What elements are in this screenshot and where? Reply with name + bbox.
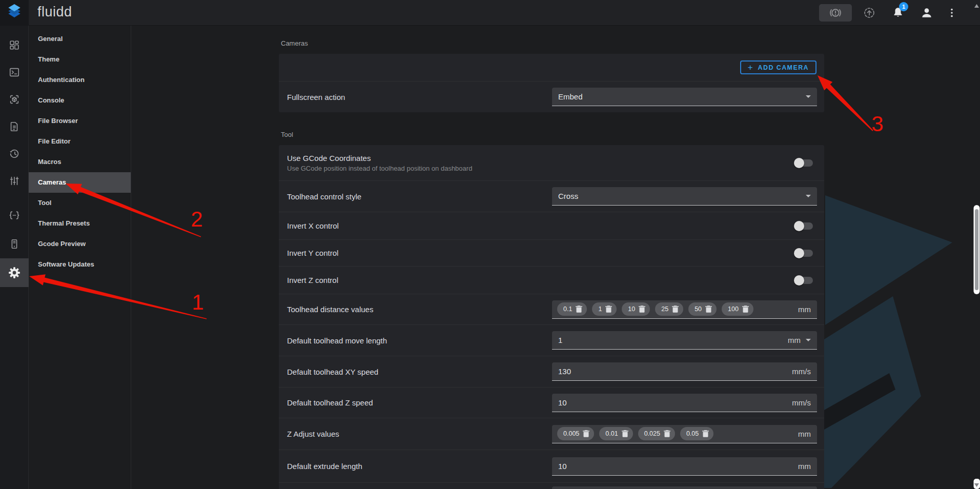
system-device-icon (9, 238, 20, 250)
tool-card: Use GCode Coordinates Use GCode position… (279, 145, 824, 489)
rail-dashboard-button[interactable] (0, 35, 29, 55)
toolhead-distance-values-field[interactable]: 0.1 1 10 25 50 100 mm (552, 300, 817, 319)
invert-z-toggle[interactable] (795, 277, 813, 284)
person-icon (920, 6, 933, 19)
rail-system-button[interactable] (0, 234, 29, 254)
toolhead-distance-values-row: Toolhead distance values 0.1 1 10 25 50 … (279, 294, 824, 324)
sidebar-item-theme[interactable]: Theme (29, 49, 131, 70)
sidebar-item-macros[interactable]: Macros (29, 152, 131, 172)
sidebar-item-general[interactable]: General (29, 29, 131, 49)
xy-speed-row: Default toolhead XY speed mm/s (279, 356, 824, 387)
add-camera-row: + ADD CAMERA (279, 54, 824, 81)
chevron-down-icon (806, 195, 811, 197)
gcode-coordinates-row: Use GCode Coordinates Use GCode position… (279, 145, 824, 180)
distance-chip[interactable]: 0.1 (557, 302, 587, 316)
unit-label: mm (798, 430, 811, 438)
toolhead-distance-values-label: Toolhead distance values (287, 305, 552, 314)
toolhead-control-style-select[interactable]: Cross (552, 187, 817, 206)
sidebar-item-file-browser[interactable]: File Browser (29, 111, 131, 131)
sidebar-item-console[interactable]: Console (29, 90, 131, 111)
distance-chip[interactable]: 100 (722, 302, 753, 316)
chip-value: 50 (695, 305, 702, 313)
sidebar-item-thermal-presets[interactable]: Thermal Presets (29, 213, 131, 234)
rail-tune-button[interactable] (0, 171, 29, 191)
fullscreen-action-row: Fullscreen action Embed (279, 81, 824, 112)
invert-z-label: Invert Z control (287, 276, 795, 284)
z-adjust-values-label: Z Adjust values (287, 430, 552, 438)
toggle-knob (794, 158, 804, 168)
distance-chip[interactable]: 25 (655, 302, 683, 316)
delete-icon[interactable] (583, 430, 589, 437)
page-scrollbar (973, 0, 980, 489)
delete-icon[interactable] (702, 430, 709, 437)
delete-icon[interactable] (576, 305, 582, 313)
z-adjust-chip[interactable]: 0.05 (680, 427, 713, 440)
delete-icon[interactable] (664, 430, 670, 437)
scrollbar-thumb[interactable] (975, 209, 978, 290)
overflow-menu-button[interactable] (944, 0, 959, 26)
z-adjust-chip[interactable]: 0.01 (599, 427, 632, 440)
delete-icon[interactable] (742, 305, 749, 313)
fullscreen-action-select[interactable]: Embed (552, 88, 817, 106)
sidebar-item-cameras[interactable]: Cameras (29, 172, 131, 193)
extrude-length-field[interactable]: mm (552, 457, 817, 476)
scrollbar-up-arrow[interactable] (974, 4, 979, 8)
delete-icon[interactable] (705, 305, 712, 313)
chip-value: 25 (661, 305, 668, 313)
sidebar-item-gcode-preview[interactable]: Gcode Preview (29, 234, 131, 254)
account-button[interactable] (915, 0, 938, 26)
z-adjust-values-field[interactable]: 0.005 0.01 0.025 0.05 mm (552, 425, 817, 443)
fluidd-logo[interactable] (0, 0, 29, 26)
z-adjust-chip[interactable]: 0.005 (557, 427, 594, 440)
xy-speed-field[interactable]: mm/s (552, 362, 817, 381)
rail-settings-button[interactable] (0, 258, 29, 287)
distance-chip[interactable]: 1 (592, 302, 617, 316)
fullscreen-action-label: Fullscreen action (287, 93, 552, 101)
invert-y-row: Invert Y control (279, 239, 824, 266)
z-speed-field[interactable]: mm/s (552, 394, 817, 412)
toolhead-control-style-value: Cross (558, 192, 578, 200)
rail-jobs-button[interactable] (0, 116, 29, 137)
gcode-coordinates-toggle[interactable] (795, 159, 813, 167)
chip-value: 0.05 (686, 430, 699, 437)
unit-label: mm (798, 462, 811, 471)
distance-chip[interactable]: 10 (622, 302, 650, 316)
z-adjust-chip[interactable]: 0.025 (638, 427, 675, 440)
invert-y-toggle[interactable] (795, 250, 813, 257)
toggle-knob (794, 248, 804, 258)
extrude-length-row: Default extrude length mm (279, 450, 824, 482)
sidebar-item-file-editor[interactable]: File Editor (29, 131, 131, 152)
unit-label: mm/s (792, 367, 811, 376)
emergency-stop-button[interactable] (819, 4, 852, 22)
move-length-field[interactable]: mm (552, 331, 817, 350)
rail-gcode-preview-button[interactable] (0, 89, 29, 110)
partial-field (552, 486, 817, 489)
sidebar-item-software-updates[interactable]: Software Updates (29, 254, 131, 275)
chip-value: 0.025 (644, 430, 660, 437)
dashboard-icon (9, 39, 20, 51)
add-camera-button[interactable]: + ADD CAMERA (740, 60, 816, 74)
move-length-label: Default toolhead move length (287, 336, 552, 345)
rail-console-button[interactable] (0, 62, 29, 83)
extrude-length-input[interactable] (558, 462, 671, 471)
invert-x-toggle[interactable] (795, 222, 813, 230)
sidebar-item-tool[interactable]: Tool (29, 193, 131, 213)
section-title-tool: Tool (281, 131, 293, 138)
notifications-button[interactable]: 1 (887, 0, 909, 26)
delete-icon[interactable] (622, 430, 628, 437)
move-length-input[interactable] (558, 336, 671, 344)
rail-history-button[interactable] (0, 144, 29, 164)
sidebar-item-authentication[interactable]: Authentication (29, 70, 131, 90)
delete-icon[interactable] (672, 305, 679, 313)
z-speed-input[interactable] (558, 398, 671, 407)
xy-speed-input[interactable] (558, 367, 671, 376)
delete-icon[interactable] (605, 305, 612, 313)
upload-config-button[interactable] (858, 0, 881, 26)
rail-configuration-button[interactable] (0, 205, 29, 226)
emergency-stop-icon (829, 6, 842, 19)
chevron-down-icon[interactable] (806, 339, 811, 341)
delete-icon[interactable] (639, 305, 645, 313)
upload-icon (863, 6, 876, 19)
distance-chip[interactable]: 50 (688, 302, 717, 316)
notification-badge: 1 (899, 2, 908, 11)
